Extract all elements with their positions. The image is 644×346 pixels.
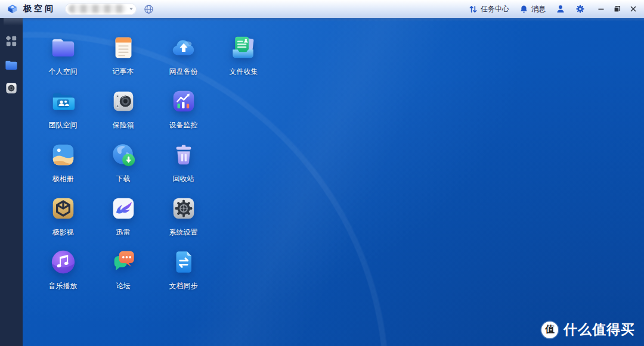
safe-box-icon xyxy=(110,88,137,115)
movies-cube-icon xyxy=(49,195,77,222)
sidebar-item-safe[interactable] xyxy=(5,82,17,94)
app-grid-row: 个人空间 xyxy=(33,34,274,77)
forum-chat-icon xyxy=(110,248,137,276)
app-forum[interactable]: 论坛 xyxy=(93,248,153,291)
close-button[interactable] xyxy=(630,5,637,13)
app-label: 下载 xyxy=(116,174,131,184)
account-name-blurred[interactable] xyxy=(65,3,137,15)
app-recycle-bin[interactable]: 回收站 xyxy=(153,141,213,184)
app-music-player[interactable]: 音乐播放 xyxy=(33,248,93,291)
app-doc-sync[interactable]: 文档同步 xyxy=(153,248,213,291)
doc-sync-icon xyxy=(170,248,197,276)
settings-button[interactable] xyxy=(575,4,585,14)
app-file-collect[interactable]: 文件收集 xyxy=(213,34,274,77)
app-personal-space[interactable]: 个人空间 xyxy=(33,34,93,77)
personal-space-folder-icon xyxy=(49,34,77,61)
restore-button[interactable] xyxy=(614,5,621,13)
app-grid-row: 极相册 xyxy=(33,141,274,184)
task-center-label: 任务中心 xyxy=(481,4,509,14)
task-center-button[interactable]: 任务中心 xyxy=(469,4,509,14)
brand-title: 极空间 xyxy=(23,4,55,14)
cloud-upload-icon xyxy=(170,34,197,61)
app-grid-row: 极影视 迅雷 xyxy=(33,195,274,238)
app-label: 个人空间 xyxy=(49,67,78,77)
app-label: 保险箱 xyxy=(113,120,134,130)
app-label: 网盘备份 xyxy=(169,67,198,77)
app-movies[interactable]: 极影视 xyxy=(33,195,93,238)
sidebar xyxy=(0,18,23,346)
team-space-folder-icon xyxy=(49,88,77,115)
messages-button[interactable]: 消息 xyxy=(519,4,546,14)
photo-album-icon xyxy=(49,141,77,169)
safe-dial-icon xyxy=(5,82,17,94)
app-label: 团队空间 xyxy=(49,120,78,130)
task-center-icon xyxy=(469,5,478,14)
zspace-window: 极空间 任务中心 xyxy=(0,0,644,346)
download-globe-icon xyxy=(110,141,137,169)
gear-icon xyxy=(575,4,585,14)
app-label: 音乐播放 xyxy=(49,281,78,291)
settings-gear-icon xyxy=(170,195,197,222)
app-grid-row: 音乐播放 xyxy=(33,248,274,291)
app-label: 极影视 xyxy=(52,227,74,238)
apps-grid-icon xyxy=(5,35,17,47)
app-label: 论坛 xyxy=(116,281,131,291)
messages-label: 消息 xyxy=(531,4,546,14)
blurred-content xyxy=(69,5,126,13)
desktop: 个人空间 xyxy=(23,18,644,346)
app-label: 文件收集 xyxy=(230,67,258,77)
smzdm-watermark-text: 什么值得买 xyxy=(564,320,635,339)
smzdm-badge-icon: 值 xyxy=(541,322,558,338)
zspace-logo-icon xyxy=(6,2,19,15)
sidebar-item-apps[interactable] xyxy=(5,35,17,47)
globe-icon[interactable] xyxy=(144,4,154,14)
app-label: 迅雷 xyxy=(116,227,131,238)
app-thunder[interactable]: 迅雷 xyxy=(93,195,153,238)
app-safe-box[interactable]: 保险箱 xyxy=(93,88,153,130)
folder-icon xyxy=(5,60,18,71)
app-label: 设备监控 xyxy=(169,120,198,130)
app-system-settings[interactable]: 系统设置 xyxy=(153,195,213,238)
smzdm-watermark: 值 什么值得买 xyxy=(541,320,635,339)
user-button[interactable] xyxy=(556,4,565,14)
app-cloud-backup[interactable]: 网盘备份 xyxy=(153,34,213,77)
app-device-monitor[interactable]: 设备监控 xyxy=(153,88,213,130)
sidebar-item-files[interactable] xyxy=(5,60,18,71)
window-body: 个人空间 xyxy=(0,18,644,346)
app-team-space[interactable]: 团队空间 xyxy=(33,88,93,130)
topbar-left: 极空间 xyxy=(6,2,154,15)
notepad-icon xyxy=(110,34,137,61)
bell-icon xyxy=(519,5,528,14)
app-label: 文档同步 xyxy=(169,281,198,291)
app-download[interactable]: 下载 xyxy=(93,141,153,184)
app-label: 回收站 xyxy=(173,174,194,184)
app-grid-row: 团队空间 xyxy=(33,88,274,130)
trash-icon xyxy=(170,141,197,169)
minimize-button[interactable] xyxy=(597,5,605,13)
thunder-bird-icon xyxy=(110,195,137,222)
app-label: 系统设置 xyxy=(169,227,198,238)
topbar: 极空间 任务中心 xyxy=(0,0,644,18)
chevron-down-icon xyxy=(129,8,133,10)
monitor-chart-icon xyxy=(170,88,197,115)
music-note-icon xyxy=(49,248,77,276)
file-collect-icon xyxy=(230,34,258,61)
app-label: 记事本 xyxy=(113,67,134,77)
window-controls xyxy=(597,5,637,13)
topbar-right: 任务中心 消息 xyxy=(469,4,637,14)
app-grid: 个人空间 xyxy=(33,34,274,302)
app-label: 极相册 xyxy=(52,174,74,184)
user-icon xyxy=(556,4,565,14)
app-notepad[interactable]: 记事本 xyxy=(93,34,153,77)
app-photo-album[interactable]: 极相册 xyxy=(33,141,93,184)
